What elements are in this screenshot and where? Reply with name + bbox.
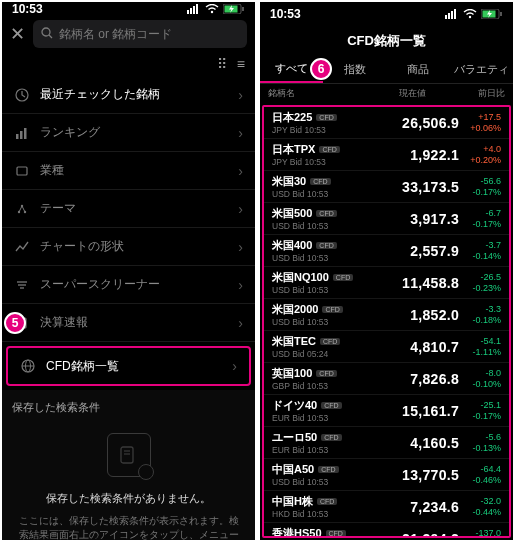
instrument-change: -8.0-0.10% — [467, 368, 501, 389]
instrument-sub: JPY Bid 10:53 — [272, 125, 337, 135]
instrument-name: 日本225 CFD — [272, 110, 337, 125]
battery-icon — [481, 9, 503, 19]
instrument-row[interactable]: 米国30 CFDUSD Bid 10:5333,173.5-56.6-0.17% — [264, 171, 509, 203]
instrument-row[interactable]: 中国H株 CFDHKD Bid 10:537,234.6-32.0-0.44% — [264, 491, 509, 523]
status-right — [187, 4, 245, 14]
svg-rect-1 — [190, 8, 192, 14]
instrument-row[interactable]: 米国400 CFDUSD Bid 10:532,557.9-3.7-0.14% — [264, 235, 509, 267]
menu-item-theme[interactable]: テーマ› — [2, 190, 255, 228]
cfd-tag: CFD — [317, 498, 337, 505]
instrument-row[interactable]: 米国2000 CFDUSD Bid 10:531,852.0-3.3-0.18% — [264, 299, 509, 331]
menu-item-screener[interactable]: スーパースクリーナー› — [2, 266, 255, 304]
instrument-row[interactable]: ユーロ50 CFDEUR Bid 10:534,160.5-5.6-0.13% — [264, 427, 509, 459]
instrument-row[interactable]: 英国100 CFDGBP Bid 10:537,826.8-8.0-0.10% — [264, 363, 509, 395]
cfd-tag: CFD — [316, 370, 336, 377]
menu-item-sector[interactable]: 業種› — [2, 152, 255, 190]
search-input[interactable]: 銘柄名 or 銘柄コード — [33, 20, 247, 48]
svg-rect-11 — [16, 134, 19, 139]
close-icon[interactable]: ✕ — [10, 23, 25, 45]
tag-icon — [14, 163, 30, 179]
signal-icon — [187, 4, 201, 14]
chevron-right-icon: › — [238, 315, 243, 331]
saved-section: 保存した検索条件 保存した検索条件がありません。 ここには、保存した検索条件が表… — [2, 390, 255, 540]
instrument-change: -6.7-0.17% — [467, 208, 501, 229]
instrument-price: 7,826.8 — [410, 371, 459, 387]
instrument-row[interactable]: 日本TPX CFDJPY Bid 10:531,922.1+4.0+0.20% — [264, 139, 509, 171]
grid-view-icon[interactable]: ⠿ — [217, 56, 227, 72]
instrument-row[interactable]: 中国A50 CFDUSD Bid 10:5313,770.5-64.4-0.46… — [264, 459, 509, 491]
instrument-price: 13,770.5 — [402, 467, 459, 483]
instrument-change: -32.0-0.44% — [467, 496, 501, 517]
saved-empty-msg: 保存した検索条件がありません。 — [12, 491, 245, 506]
column-headers: 銘柄名 現在値 前日比 — [260, 84, 513, 103]
cfd-tag: CFD — [319, 146, 339, 153]
status-time: 10:53 — [270, 7, 301, 21]
status-bar: 10:53 — [2, 2, 255, 16]
instrument-name: 香港HS50 CFD — [272, 526, 346, 538]
svg-point-8 — [42, 28, 50, 36]
tab-3[interactable]: バラエティ — [450, 56, 513, 83]
signal-icon — [445, 9, 459, 19]
svg-rect-14 — [17, 167, 27, 175]
tab-1[interactable]: 指数 — [323, 56, 386, 83]
instrument-change: -3.7-0.14% — [467, 240, 501, 261]
list-view-icon[interactable]: ≡ — [237, 56, 245, 72]
instrument-row[interactable]: ドイツ40 CFDEUR Bid 10:5315,161.7-25.1-0.17… — [264, 395, 509, 427]
menu-item-label: スーパースクリーナー — [40, 276, 160, 293]
menu-item-label: ランキング — [40, 124, 100, 141]
globe-icon — [20, 358, 36, 374]
saved-title: 保存した検索条件 — [12, 400, 245, 415]
instrument-name: 米国2000 CFD — [272, 302, 343, 317]
instrument-price: 21,394.2 — [402, 531, 459, 539]
instrument-name: 米国500 CFD — [272, 206, 337, 221]
instrument-change: +17.5+0.06% — [467, 112, 501, 133]
instrument-price: 33,173.5 — [402, 179, 459, 195]
instrument-row[interactable]: 香港HS50 CFDHKD Bid 10:5321,394.2-137.0-0.… — [264, 523, 509, 538]
instrument-sub: EUR Bid 10:53 — [272, 413, 342, 423]
chevron-right-icon: › — [238, 125, 243, 141]
instrument-change: -54.1-1.11% — [467, 336, 501, 357]
menu-item-chart[interactable]: チャートの形状› — [2, 228, 255, 266]
instrument-price: 26,506.9 — [402, 115, 459, 131]
instrument-change: -137.0-0.63% — [467, 528, 501, 538]
chevron-right-icon: › — [232, 358, 237, 374]
menu-item-label: 決算速報 — [40, 314, 88, 331]
search-placeholder: 銘柄名 or 銘柄コード — [59, 26, 172, 43]
svg-rect-33 — [454, 9, 456, 19]
instrument-name: 中国H株 CFD — [272, 494, 337, 509]
instrument-row[interactable]: 米国500 CFDUSD Bid 10:533,917.3-6.7-0.17% — [264, 203, 509, 235]
instrument-price: 3,917.3 — [410, 211, 459, 227]
view-toolbar: ⠿ ≡ — [2, 52, 255, 76]
cfd-tag: CFD — [322, 306, 342, 313]
svg-rect-12 — [20, 131, 23, 139]
instrument-row[interactable]: 米国TEC CFDUSD Bid 05:244,810.7-54.1-1.11% — [264, 331, 509, 363]
instrument-price: 2,557.9 — [410, 243, 459, 259]
menu-item-cfd[interactable]: CFD銘柄一覧› — [6, 346, 251, 386]
menu-item-recent[interactable]: 最近チェックした銘柄› — [2, 76, 255, 114]
menu-item-label: テーマ — [40, 200, 76, 217]
instrument-name: ドイツ40 CFD — [272, 398, 342, 413]
svg-point-4 — [211, 11, 213, 13]
chart-icon — [14, 239, 30, 255]
instrument-sub: JPY Bid 10:53 — [272, 157, 340, 167]
instrument-row[interactable]: 米国NQ100 CFDUSD Bid 10:5311,458.8-26.5-0.… — [264, 267, 509, 299]
wifi-icon — [205, 4, 219, 14]
tab-2[interactable]: 商品 — [387, 56, 450, 83]
menu-item-ranking[interactable]: ランキング› — [2, 114, 255, 152]
clock-icon — [14, 87, 30, 103]
svg-rect-2 — [193, 6, 195, 14]
instrument-sub: USD Bid 10:53 — [272, 189, 331, 199]
cfd-tag: CFD — [321, 434, 341, 441]
instrument-change: -64.4-0.46% — [467, 464, 501, 485]
phone-left: 10:53 ✕ 銘柄名 or 銘柄コード ⠿ ≡ 最近チェックした銘柄›ランキン… — [2, 2, 255, 540]
annotation-badge-6: 6 — [310, 58, 332, 80]
svg-rect-0 — [187, 10, 189, 14]
instrument-row[interactable]: 日本225 CFDJPY Bid 10:5326,506.9+17.5+0.06… — [264, 107, 509, 139]
instrument-name: 米国TEC CFD — [272, 334, 340, 349]
cfd-tag: CFD — [316, 114, 336, 121]
menu-item-flash[interactable]: 決算速報› — [2, 304, 255, 342]
cfd-tag: CFD — [316, 210, 336, 217]
instrument-list[interactable]: 日本225 CFDJPY Bid 10:5326,506.9+17.5+0.06… — [262, 105, 511, 538]
annotation-badge-5: 5 — [4, 312, 26, 334]
menu-item-label: CFD銘柄一覧 — [46, 358, 119, 375]
